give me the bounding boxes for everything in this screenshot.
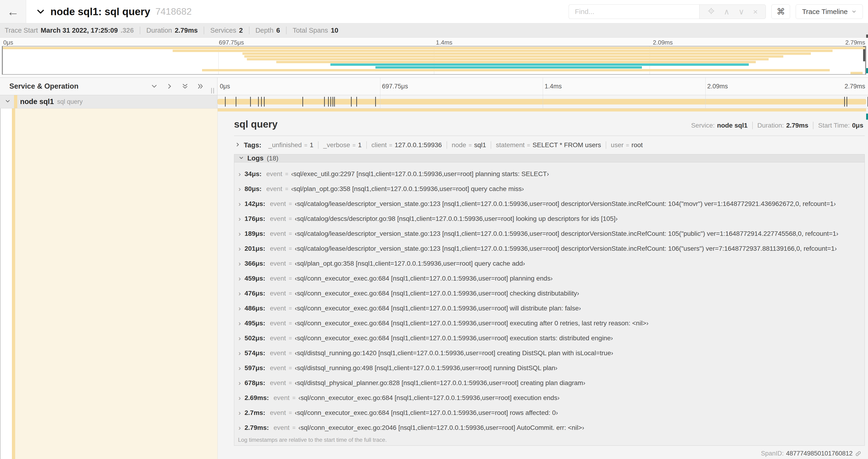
- log-field-value: ‹sql/conn_executor_exec.go:684 [nsql1,cl…: [299, 394, 560, 402]
- log-row[interactable]: › 502μs: event = ‹sql/conn_executor_exec…: [237, 331, 865, 346]
- log-equals: =: [289, 320, 292, 327]
- column-resizer[interactable]: [210, 88, 215, 94]
- log-field-key: event: [270, 230, 286, 237]
- trace-minimap: 0μs697.75μs1.4ms2.09ms2.79ms: [0, 38, 868, 77]
- log-expand-icon: ›: [239, 245, 241, 253]
- log-timestamp: 366μs:: [245, 260, 265, 267]
- span-duration-bar[interactable]: [217, 99, 866, 104]
- meta-label: Duration:: [757, 122, 784, 129]
- log-expand-icon: ›: [239, 274, 241, 283]
- log-equals: =: [289, 350, 292, 356]
- trace-stat: Trace Start March 31 2022, 17:25:09 .326: [5, 27, 140, 34]
- stat-value: 2: [239, 27, 243, 34]
- log-row[interactable]: › 597μs: event = ‹sql/distsql_running.go…: [237, 361, 865, 375]
- header-controls: ∧ ∨ × ⌘ Trace Timeline: [569, 0, 868, 23]
- span-collapse-icon[interactable]: [5, 98, 11, 105]
- log-equals: =: [289, 230, 292, 237]
- ruler-tick-label: 2.79ms: [844, 83, 865, 90]
- window-edge-fragment: [866, 68, 868, 73]
- deep-link-icon[interactable]: [855, 450, 862, 457]
- log-field-value: ‹sql/conn_executor_exec.go:684 [nsql1,cl…: [295, 290, 579, 297]
- log-tick-mark: [264, 97, 265, 107]
- log-row[interactable]: › 80μs: event = ‹sql/plan_opt.go:358 [ns…: [237, 182, 865, 196]
- log-row[interactable]: › 486μs: event = ‹sql/conn_executor_exec…: [237, 301, 865, 316]
- log-equals: =: [292, 424, 296, 431]
- timeline-gridline: [705, 78, 706, 95]
- minimap-span-bar: [242, 53, 811, 55]
- log-row[interactable]: › 176μs: event = ‹sql/catalog/descs/desc…: [237, 211, 865, 226]
- log-field-value: ‹sql/distsql_running.go:1420 [nsql1,clie…: [295, 349, 613, 357]
- clear-find-icon[interactable]: ×: [753, 8, 758, 15]
- tag: client = 127.0.0.1:59936: [366, 141, 446, 149]
- log-field-key: event: [270, 409, 286, 417]
- tag-key: _unfinished: [268, 141, 302, 149]
- log-field-value: ‹sql/plan_opt.go:358 [nsql1,client=127.0…: [295, 260, 525, 267]
- prev-match-icon[interactable]: ∧: [724, 8, 730, 15]
- log-field-value: ‹sql/catalog/descs/descriptor.go:98 [nsq…: [295, 215, 618, 223]
- command-icon: ⌘: [777, 7, 785, 17]
- trace-view-selector[interactable]: Trace Timeline: [796, 4, 863, 19]
- stat-label: Services: [210, 27, 236, 34]
- log-row[interactable]: › 574μs: event = ‹sql/distsql_running.go…: [237, 346, 865, 361]
- log-field-value: ‹sql/catalog/lease/descriptor_version_st…: [295, 245, 837, 252]
- back-button[interactable]: ←: [0, 0, 26, 23]
- span-row[interactable]: node sql1 sql query: [0, 95, 868, 108]
- log-row[interactable]: › 2.7ms: event = ‹sql/conn_executor_exec…: [237, 405, 865, 420]
- log-row[interactable]: › 142μs: event = ‹sql/catalog/lease/desc…: [237, 196, 865, 211]
- stat-value: March 31 2022, 17:25:09: [40, 27, 118, 34]
- log-row[interactable]: › 2.69ms: event = ‹sql/conn_executor_exe…: [237, 390, 865, 405]
- log-row[interactable]: › 476μs: event = ‹sql/conn_executor_exec…: [237, 286, 865, 301]
- trace-id: 7418682: [155, 6, 192, 17]
- log-expand-icon: ›: [239, 230, 241, 238]
- log-field-key: event: [270, 334, 286, 342]
- log-row[interactable]: › 459μs: event = ‹sql/conn_executor_exec…: [237, 271, 865, 286]
- tag-value: SELECT * FROM users: [532, 141, 601, 149]
- log-timestamp: 201μs:: [245, 245, 265, 252]
- log-row[interactable]: › 189μs: event = ‹sql/catalog/lease/desc…: [237, 226, 865, 241]
- expand-one-icon[interactable]: [166, 83, 174, 90]
- tag: node = sql1: [446, 141, 491, 149]
- tags-expand-icon: [235, 142, 241, 148]
- span-operation-name: sql query: [57, 98, 83, 105]
- minimap-span-bar: [375, 66, 642, 69]
- minimap-span-bar: [3, 47, 865, 49]
- stat-label: Depth: [255, 27, 274, 34]
- log-row[interactable]: › 366μs: event = ‹sql/plan_opt.go:358 [n…: [237, 256, 865, 271]
- expand-all-icon[interactable]: [197, 83, 204, 90]
- logs-header[interactable]: Logs (18): [234, 154, 865, 162]
- keyboard-shortcuts-button[interactable]: ⌘: [771, 4, 790, 19]
- match-scroll-icon[interactable]: [708, 7, 715, 16]
- log-row[interactable]: › 2.79ms: event = ‹sql/conn_executor_exe…: [237, 420, 865, 435]
- tag-equals: =: [389, 142, 392, 149]
- span-timeline-cell[interactable]: [217, 95, 868, 108]
- span-name-cell[interactable]: node sql1 sql query: [0, 95, 217, 108]
- tag: statement = SELECT * FROM users: [491, 141, 606, 149]
- log-row[interactable]: › 495μs: event = ‹sql/conn_executor_exec…: [237, 316, 865, 331]
- tags-row[interactable]: Tags: _unfinished = 1 _verbose = 1 clien…: [234, 140, 865, 151]
- detail-left-gutter: [0, 108, 12, 459]
- log-row[interactable]: › 34μs: event = ‹sql/exec_util.go:2297 […: [237, 167, 865, 182]
- log-row[interactable]: › 678μs: event = ‹sql/distsql_physical_p…: [237, 375, 865, 390]
- find-input[interactable]: [569, 4, 699, 19]
- detail-span-bar-strip: [218, 108, 866, 111]
- log-row[interactable]: › 201μs: event = ‹sql/catalog/lease/desc…: [237, 241, 865, 256]
- log-timestamp: 34μs:: [245, 170, 261, 178]
- service-operation-column-header: Service & Operation: [0, 78, 217, 95]
- span-meta-item: Start Time: 0μs: [813, 122, 865, 129]
- minimap-span-bar: [202, 69, 830, 71]
- collapse-one-icon[interactable]: [151, 83, 158, 90]
- log-field-key: event: [270, 200, 286, 207]
- minimap-canvas[interactable]: [2, 46, 866, 75]
- log-timestamp: 574μs:: [245, 349, 265, 357]
- log-timestamp: 2.79ms:: [245, 424, 269, 431]
- log-field-value: ‹sql/distsql_physical_planner.go:828 [ns…: [295, 379, 585, 387]
- minimap-span-bar: [173, 50, 832, 52]
- log-tick-mark: [844, 97, 845, 107]
- ruler-tick-label: 1.4ms: [436, 39, 453, 46]
- log-field-value: ‹sql/catalog/lease/descriptor_version_st…: [295, 200, 836, 207]
- trace-collapse-icon[interactable]: [36, 7, 45, 16]
- log-equals: =: [289, 290, 292, 297]
- log-field-key: event: [270, 379, 286, 387]
- collapse-all-icon[interactable]: [181, 83, 189, 90]
- next-match-icon[interactable]: ∨: [739, 8, 744, 15]
